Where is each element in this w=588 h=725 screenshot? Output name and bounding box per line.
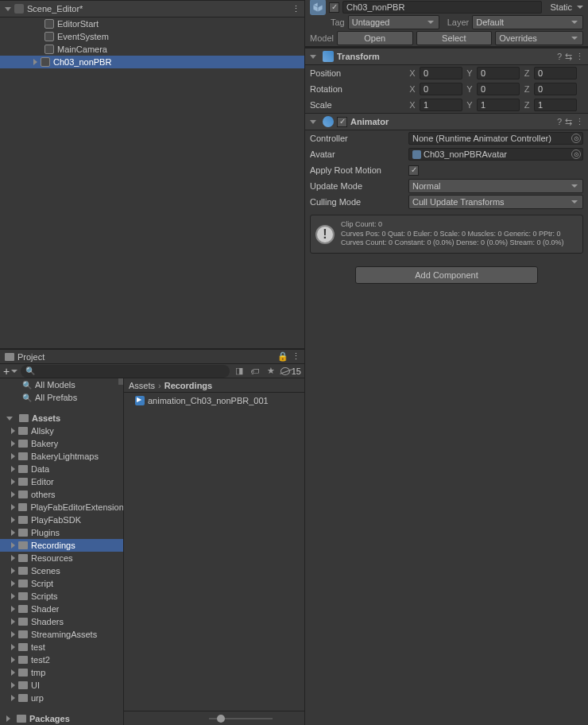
folder-item[interactable]: test2 [0,653,123,666]
disclosure-triangle-icon[interactable] [310,55,316,59]
layer-dropdown[interactable]: Default [472,15,583,29]
disclosure-triangle-icon[interactable] [11,695,15,701]
hidden-toggle[interactable]: 15 [280,366,301,376]
lock-icon[interactable]: 🔒 [277,351,288,362]
project-search-input[interactable] [38,366,225,376]
folder-item[interactable]: test [0,641,123,653]
asset-item[interactable]: animation_Ch03_nonPBR_001 [124,394,304,407]
disclosure-triangle-icon[interactable] [6,417,13,421]
disclosure-triangle-icon[interactable] [11,682,15,688]
y-drag-label[interactable]: Y [466,68,474,78]
folder-item[interactable]: Data [0,463,123,475]
rotation-z-input[interactable] [534,83,577,95]
folder-item[interactable]: PlayFabEditorExtensions [0,501,123,514]
hierarchy-item[interactable]: EditorStart [0,17,304,30]
packages-header[interactable]: Packages [0,712,123,725]
scale-x-input[interactable] [420,99,462,111]
disclosure-triangle-icon[interactable] [11,479,15,485]
rotation-x-input[interactable] [420,83,462,95]
open-button[interactable]: Open [337,31,413,45]
folder-item[interactable]: Plugins [0,526,123,539]
disclosure-triangle-icon[interactable] [11,555,15,561]
z-drag-label[interactable]: Z [523,68,531,78]
rotation-y-input[interactable] [477,83,520,95]
folder-item[interactable]: tmp [0,666,123,679]
position-z-input[interactable] [534,67,577,79]
x-drag-label[interactable]: X [408,100,416,110]
z-drag-label[interactable]: Z [523,84,531,94]
project-tab[interactable]: Project 🔒 ⋮ [0,350,304,364]
animator-header[interactable]: Animator ? ⇆ ⋮ [305,113,588,130]
folder-item[interactable]: Allsky [0,425,123,437]
disclosure-triangle-icon[interactable] [11,593,15,599]
project-menu-icon[interactable]: ⋮ [292,351,300,362]
hierarchy-scene-header[interactable]: Scene_Editor* ⋮ [0,0,304,17]
favorite-item[interactable]: 🔍All Prefabs [0,391,123,404]
icon-size-slider[interactable] [209,718,273,719]
controller-field[interactable]: None (Runtime Animator Controller) [408,132,583,145]
disclosure-triangle-icon[interactable] [33,59,37,65]
hierarchy-menu-icon[interactable]: ⋮ [292,4,300,14]
object-picker-icon[interactable] [571,149,581,159]
breadcrumb-current[interactable]: Recordings [164,381,213,390]
folder-item[interactable]: PlayFabSDK [0,514,123,526]
assets-header[interactable]: Assets [0,412,123,425]
add-component-button[interactable]: Add Component [355,266,538,284]
hierarchy-item[interactable]: Ch03_nonPBR [0,56,304,68]
position-y-input[interactable] [477,67,520,79]
overrides-dropdown[interactable]: Overrides [495,31,583,45]
object-picker-icon[interactable] [571,134,581,143]
animator-enabled-checkbox[interactable] [337,117,347,127]
search-by-type-icon[interactable]: ◨ [233,365,246,378]
disclosure-triangle-icon[interactable] [11,606,15,612]
disclosure-triangle-icon[interactable] [11,466,15,472]
search-by-label-icon[interactable]: 🏷 [249,365,261,378]
disclosure-triangle-icon[interactable] [11,491,15,498]
disclosure-triangle-icon[interactable] [11,568,15,574]
folder-item[interactable]: Scripts [0,590,123,603]
scrollbar-thumb[interactable] [118,378,123,385]
create-menu[interactable]: + [3,365,17,378]
disclosure-triangle-icon[interactable] [11,580,15,587]
disclosure-triangle-icon[interactable] [6,715,10,722]
folder-item[interactable]: Editor [0,475,123,488]
disclosure-triangle-icon[interactable] [310,120,316,124]
rootmotion-checkbox[interactable] [408,165,419,176]
help-icon[interactable]: ? [557,52,562,61]
folder-item[interactable]: Shaders [0,615,123,628]
disclosure-triangle-icon[interactable] [11,657,15,663]
disclosure-triangle-icon[interactable] [11,453,15,459]
help-icon[interactable]: ? [557,117,562,126]
hierarchy-item[interactable]: MainCamera [0,43,304,56]
folder-item[interactable]: others [0,488,123,501]
active-checkbox[interactable] [329,2,339,13]
folder-item[interactable]: urp [0,692,123,704]
folder-item[interactable]: Scenes [0,564,123,577]
folder-item[interactable]: Resources [0,552,123,564]
cullingmode-dropdown[interactable]: Cull Update Transforms [408,195,583,209]
updatemode-dropdown[interactable]: Normal [408,179,583,193]
preset-icon[interactable]: ⇆ [565,117,572,127]
gameobject-name-input[interactable] [342,1,542,14]
select-button[interactable]: Select [416,31,493,45]
transform-header[interactable]: Transform ? ⇆ ⋮ [305,48,588,65]
preset-icon[interactable]: ⇆ [565,52,572,62]
favorite-item[interactable]: 🔍All Models [0,378,123,391]
breadcrumb-root[interactable]: Assets [129,381,155,390]
folder-item[interactable]: BakeryLightmaps [0,450,123,463]
hierarchy-item[interactable]: EventSystem [0,30,304,43]
position-x-input[interactable] [420,67,462,79]
disclosure-triangle-icon[interactable] [11,669,15,676]
y-drag-label[interactable]: Y [466,100,474,110]
disclosure-triangle-icon[interactable] [11,618,15,625]
avatar-field[interactable]: Ch03_nonPBRAvatar [408,148,583,161]
x-drag-label[interactable]: X [408,68,416,78]
disclosure-triangle-icon[interactable] [11,504,15,510]
component-menu-icon[interactable]: ⋮ [575,52,583,62]
scale-y-input[interactable] [477,99,520,111]
disclosure-triangle-icon[interactable] [11,428,15,434]
disclosure-triangle-icon[interactable] [11,529,15,536]
disclosure-triangle-icon[interactable] [11,542,15,549]
component-menu-icon[interactable]: ⋮ [575,117,583,127]
favorite-icon[interactable]: ★ [265,365,277,378]
